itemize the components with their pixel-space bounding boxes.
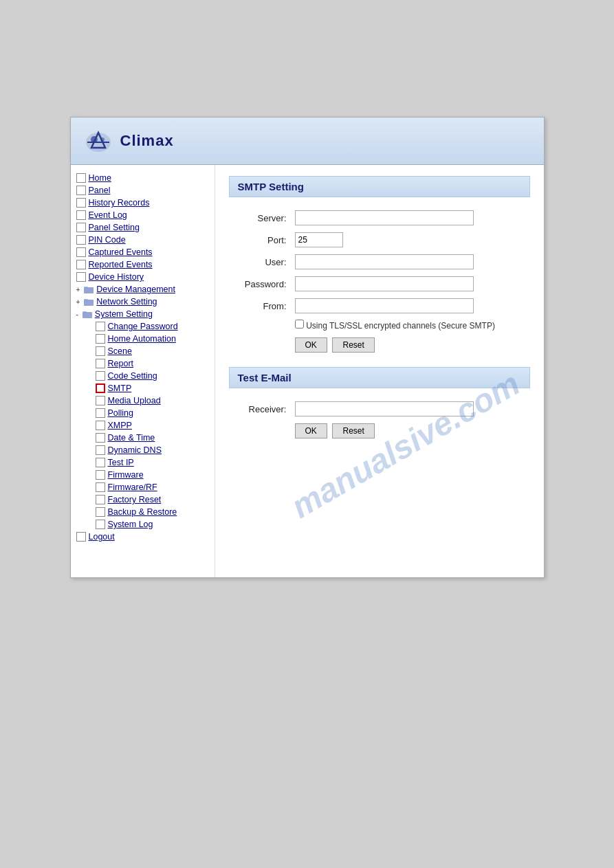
sidebar-link-history-records[interactable]: History Records: [89, 198, 150, 208]
climax-logo-icon: [82, 127, 115, 155]
sidebar-item-test-ip[interactable]: Test IP: [71, 456, 215, 469]
folder-icon-open: [83, 310, 92, 318]
sidebar-item-history-records[interactable]: History Records: [71, 197, 215, 209]
sidebar-item-code-setting[interactable]: Code Setting: [71, 370, 215, 382]
sidebar-link-panel[interactable]: Panel: [89, 186, 111, 195]
sidebar-item-system-setting[interactable]: - System Setting: [71, 308, 215, 320]
logo-area: Climax: [82, 127, 174, 155]
smtp-server-cell: [291, 207, 530, 229]
sidebar-link-polling[interactable]: Polling: [108, 408, 134, 418]
sidebar-link-reported-events[interactable]: Reported Events: [89, 260, 153, 269]
sidebar-link-logout[interactable]: Logout: [89, 532, 115, 542]
sidebar-item-panel[interactable]: Panel: [71, 184, 215, 197]
sidebar-link-captured-events[interactable]: Captured Events: [89, 247, 153, 257]
sidebar-link-test-ip[interactable]: Test IP: [108, 458, 134, 467]
sidebar-item-network-setting[interactable]: + Network Setting: [71, 296, 215, 308]
smtp-port-input[interactable]: [295, 232, 343, 247]
smtp-from-input[interactable]: [295, 298, 474, 313]
smtp-user-cell: [291, 251, 530, 273]
smtp-server-input[interactable]: [295, 210, 474, 225]
smtp-password-input[interactable]: [295, 276, 474, 291]
page-icon: [76, 260, 86, 269]
smtp-server-label: Server:: [229, 207, 291, 229]
sidebar-link-device-management[interactable]: Device Management: [96, 285, 175, 294]
sidebar-link-change-password[interactable]: Change Password: [108, 322, 178, 331]
smtp-user-input[interactable]: [295, 254, 474, 269]
sidebar-item-reported-events[interactable]: Reported Events: [71, 258, 215, 271]
expand-icon: +: [76, 286, 80, 293]
page-icon: [96, 470, 105, 480]
sidebar-item-home[interactable]: Home: [71, 172, 215, 184]
smtp-ok-button[interactable]: OK: [295, 337, 327, 353]
sidebar-link-dynamic-dns[interactable]: Dynamic DNS: [108, 445, 162, 455]
sidebar-item-firmware-rf[interactable]: Firmware/RF: [71, 481, 215, 493]
sidebar-item-factory-reset[interactable]: Factory Reset: [71, 493, 215, 506]
svg-rect-6: [84, 287, 88, 289]
sidebar-link-firmware-rf[interactable]: Firmware/RF: [108, 482, 157, 492]
sidebar-link-backup-restore[interactable]: Backup & Restore: [108, 507, 177, 517]
page-icon: [96, 371, 105, 381]
smtp-tls-row: Using TLS/SSL encrypted channels (Secure…: [229, 317, 530, 334]
sidebar-link-media-upload[interactable]: Media Upload: [108, 396, 161, 405]
sidebar-link-system-log[interactable]: System Log: [108, 520, 153, 529]
smtp-form: Server: Port: User:: [229, 207, 530, 356]
test-email-buttons-row: OK Reset: [229, 420, 530, 442]
sidebar-item-captured-events[interactable]: Captured Events: [71, 246, 215, 258]
page-icon: [76, 235, 86, 245]
sidebar-item-date-time[interactable]: Date & Time: [71, 432, 215, 444]
sidebar-item-device-management[interactable]: + Device Management: [71, 283, 215, 296]
page-icon: [76, 532, 86, 542]
sidebar-link-device-history[interactable]: Device History: [89, 272, 144, 282]
sidebar-link-report[interactable]: Report: [108, 359, 134, 368]
smtp-server-row: Server:: [229, 207, 530, 229]
sidebar-item-scene[interactable]: Scene: [71, 345, 215, 357]
sidebar-item-backup-restore[interactable]: Backup & Restore: [71, 506, 215, 518]
sidebar-link-factory-reset[interactable]: Factory Reset: [108, 495, 162, 504]
sidebar-link-home-automation[interactable]: Home Automation: [108, 334, 176, 344]
page-icon: [96, 433, 105, 443]
sidebar-item-change-password[interactable]: Change Password: [71, 320, 215, 333]
page-icon: [96, 458, 105, 467]
sidebar-link-smtp[interactable]: SMTP: [108, 383, 132, 393]
page-header: Climax: [71, 118, 544, 165]
smtp-tls-label: Using TLS/SSL encrypted channels (Secure…: [306, 321, 495, 331]
sidebar-link-xmpp[interactable]: XMPP: [108, 421, 132, 430]
main-content: SMTP Setting Server: Port: User:: [215, 165, 544, 577]
sidebar-item-polling[interactable]: Polling: [71, 407, 215, 419]
smtp-reset-button[interactable]: Reset: [332, 337, 374, 353]
folder-icon: [84, 285, 94, 293]
sidebar-link-scene[interactable]: Scene: [108, 346, 132, 356]
sidebar-link-firmware[interactable]: Firmware: [108, 470, 144, 480]
test-email-receiver-input[interactable]: [295, 401, 474, 416]
sidebar-link-network-setting[interactable]: Network Setting: [96, 297, 157, 307]
sidebar-item-dynamic-dns[interactable]: Dynamic DNS: [71, 444, 215, 456]
sidebar-item-logout[interactable]: Logout: [71, 531, 215, 543]
sidebar-link-system-setting[interactable]: System Setting: [95, 309, 153, 319]
sidebar-link-date-time[interactable]: Date & Time: [108, 433, 155, 443]
sidebar-item-report[interactable]: Report: [71, 357, 215, 370]
smtp-tls-checkbox[interactable]: [295, 320, 304, 329]
sidebar-link-event-log[interactable]: Event Log: [89, 210, 127, 220]
folder-icon: [84, 298, 94, 306]
sidebar-link-code-setting[interactable]: Code Setting: [108, 371, 157, 381]
sidebar-item-device-history[interactable]: Device History: [71, 271, 215, 283]
sidebar-item-event-log[interactable]: Event Log: [71, 209, 215, 221]
sidebar-link-home[interactable]: Home: [89, 173, 111, 183]
sidebar-item-home-automation[interactable]: Home Automation: [71, 333, 215, 345]
sidebar-link-panel-setting[interactable]: Panel Setting: [89, 223, 140, 232]
test-email-reset-button[interactable]: Reset: [332, 423, 374, 438]
sidebar-item-panel-setting[interactable]: Panel Setting: [71, 221, 215, 234]
page-icon: [76, 186, 86, 195]
sidebar-item-firmware[interactable]: Firmware: [71, 469, 215, 481]
sidebar-item-media-upload[interactable]: Media Upload: [71, 394, 215, 407]
sidebar-item-pin-code[interactable]: PIN Code: [71, 234, 215, 246]
sidebar-item-system-log[interactable]: System Log: [71, 518, 215, 531]
test-email-section-title: Test E-Mail: [238, 372, 292, 383]
test-email-ok-button[interactable]: OK: [295, 423, 327, 438]
sidebar-item-xmpp[interactable]: XMPP: [71, 419, 215, 432]
sidebar-item-smtp[interactable]: SMTP: [71, 382, 215, 394]
page-icon: [96, 322, 105, 331]
expand-icon: -: [76, 311, 78, 318]
page-icon: [76, 272, 86, 282]
sidebar-link-pin-code[interactable]: PIN Code: [89, 235, 126, 245]
